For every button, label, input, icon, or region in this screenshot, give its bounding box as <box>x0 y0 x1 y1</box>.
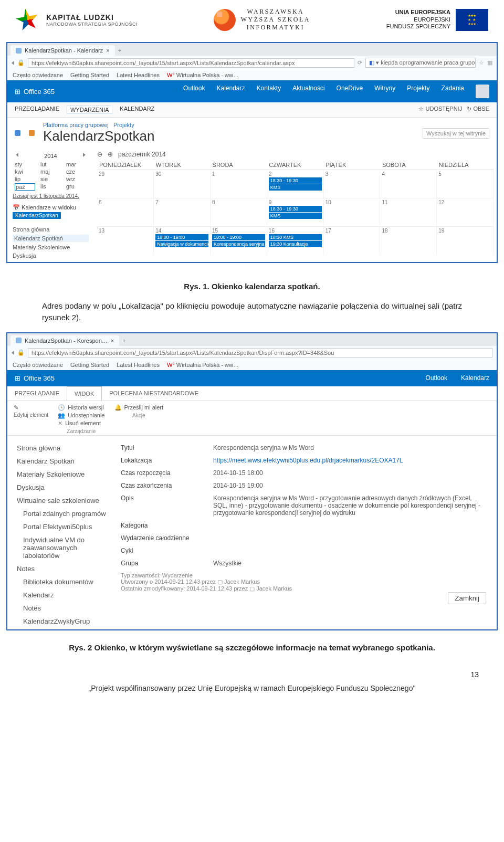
left-nav-item[interactable]: Strona główna <box>17 444 111 452</box>
bookmark-item[interactable]: Latest Headlines <box>117 72 160 78</box>
location-link[interactable]: https://meet.wwsi.efektywni50plus.edu.pl… <box>213 457 486 464</box>
ribbon-tab[interactable]: PRZEGLĄDANIE <box>15 106 59 114</box>
side-nav-item[interactable]: Dyskusja <box>13 252 89 259</box>
side-nav-item-active[interactable]: Kalendarz Spotkań <box>13 235 89 242</box>
bookmark-item[interactable]: Często odwiedzane <box>13 362 63 368</box>
bookmark-item[interactable]: Getting Started <box>70 362 109 368</box>
tab-close-icon[interactable]: × <box>106 47 109 54</box>
month-item[interactable]: maj <box>40 169 61 175</box>
left-nav-subitem[interactable]: Notes <box>17 604 111 612</box>
next-month-icon[interactable]: ⊕ <box>108 151 113 158</box>
menu-icon[interactable]: ▦ <box>487 59 492 66</box>
day-cell[interactable]: 1618:30 KMS19:30 Konsultacje <box>267 227 323 255</box>
avatar-icon[interactable] <box>476 85 489 98</box>
nav-zadania[interactable]: Zadania <box>442 85 464 98</box>
month-item[interactable]: lis <box>40 183 61 191</box>
left-nav-subitem[interactable]: Portal zdalnych programów <box>17 510 111 518</box>
month-item[interactable]: wrz <box>66 176 87 182</box>
nav-kalendarz[interactable]: Kalendarz <box>216 85 245 98</box>
o365-brand[interactable]: ⊞Office 365 <box>15 88 55 96</box>
ribbon-history[interactable]: 🕓Historia wersji <box>58 404 104 411</box>
back-icon[interactable] <box>12 61 14 65</box>
event-item[interactable]: Nawigacja w dokumencie <box>155 241 208 247</box>
ribbon-tab-active[interactable]: WIDOK <box>67 386 102 401</box>
breadcrumb[interactable]: Platforma pracy grupowej <box>43 122 109 128</box>
day-cell[interactable]: 10 <box>323 198 380 227</box>
bookmark-item[interactable]: Getting Started <box>70 72 109 78</box>
left-nav-subitem[interactable]: Portal Efektywni50plus <box>17 523 111 531</box>
day-cell[interactable]: 7 <box>154 198 211 227</box>
bookmark-item[interactable]: W° Wirtualna Polska - ww… <box>167 72 239 78</box>
new-tab-button[interactable]: + <box>122 338 125 344</box>
day-cell[interactable]: 3 <box>323 170 380 198</box>
left-nav-subitem[interactable]: Biblioteka dokumentów <box>17 578 111 586</box>
calendar-chip[interactable]: KalendarzSpotkan <box>13 212 61 219</box>
ribbon-tab[interactable]: PRZEGLĄDANIE <box>7 386 67 401</box>
month-item[interactable]: lip <box>15 176 35 182</box>
event-item[interactable]: KMS <box>269 213 322 219</box>
back-icon[interactable] <box>12 351 14 355</box>
day-cell[interactable]: 4 <box>380 170 437 198</box>
prev-year-icon[interactable] <box>16 153 18 157</box>
nav-projekty[interactable]: Projekty <box>407 85 429 98</box>
url-input[interactable]: https://efektywni50aplus.sharepoint.com/… <box>28 348 492 357</box>
left-nav-item[interactable]: Kalendarz Spotkań <box>17 457 111 465</box>
bookmark-item[interactable]: Latest Headlines <box>117 362 160 368</box>
left-nav-item[interactable]: Materiały Szkoleniowe <box>17 470 111 478</box>
breadcrumb[interactable]: Projekty <box>113 122 134 128</box>
reload-icon[interactable]: ⟳ <box>358 59 362 66</box>
ribbon-tab[interactable]: POLECENIA NIESTANDARDOWE <box>102 386 206 401</box>
next-year-icon[interactable] <box>83 153 86 157</box>
month-item[interactable]: kwi <box>15 169 35 175</box>
site-search-input[interactable]: Wyszukaj w tej witrynie <box>423 128 489 139</box>
day-cell[interactable]: 13 <box>97 227 154 255</box>
day-cell[interactable]: 30 <box>154 170 211 198</box>
day-cell[interactable]: 8 <box>211 198 267 227</box>
url-input[interactable]: https://efektywni50aplus.sharepoint.com/… <box>28 58 354 68</box>
side-nav-item[interactable]: Strona główna <box>13 226 89 233</box>
event-item[interactable]: KMS <box>269 184 322 191</box>
event-item[interactable]: Korespondencja seryjna w <box>212 241 265 247</box>
day-cell[interactable]: 29 <box>97 170 154 198</box>
day-cell[interactable]: 6 <box>97 198 154 227</box>
ribbon-delete[interactable]: ✕Usuń element <box>58 420 104 427</box>
month-item[interactable]: cze <box>66 169 87 175</box>
side-nav-item[interactable]: Materiały Szkoleniowe <box>13 244 89 250</box>
nav-outlook[interactable]: Outlook <box>183 85 205 98</box>
nav-kontakty[interactable]: Kontakty <box>257 85 281 98</box>
nav-outlook[interactable]: Outlook <box>426 374 447 382</box>
month-item[interactable]: mar <box>66 161 87 167</box>
ribbon-tab-active[interactable]: WYDARZENIA <box>67 106 112 114</box>
left-nav-item[interactable]: Dyskusja <box>17 483 111 491</box>
month-item-current[interactable]: paź <box>15 183 35 191</box>
nav-witryny[interactable]: Witryny <box>374 85 395 98</box>
day-cell[interactable]: 1 <box>211 170 267 198</box>
bookmark-item[interactable]: Często odwiedzane <box>13 72 63 78</box>
event-item[interactable]: 18:30 - 19:30 <box>269 177 322 184</box>
left-nav-item[interactable]: Wirtualne sale szkoleniowe <box>17 497 111 504</box>
tab-close-icon[interactable]: × <box>111 338 114 344</box>
day-cell[interactable]: 218:30 - 19:30KMS <box>267 170 323 198</box>
month-item[interactable]: gru <box>66 183 87 191</box>
left-nav-subitem[interactable]: KalendarzZwykłyGrup <box>17 617 111 625</box>
new-tab-button[interactable]: + <box>118 47 121 54</box>
nav-aktualnosci[interactable]: Aktualności <box>292 85 324 98</box>
day-cell[interactable]: 918:30 - 19:30KMS <box>267 198 323 227</box>
close-button[interactable]: Zamknij <box>448 592 486 604</box>
event-item[interactable]: 18:30 KMS <box>269 234 322 240</box>
event-item[interactable]: 18:00 - 19:00 <box>212 234 265 240</box>
browser-tab[interactable]: KalendarzSpotkan - Korespon… × <box>10 335 119 346</box>
bookmark-item[interactable]: W° Wirtualna Polska - ww… <box>167 362 239 368</box>
search-input[interactable]: ◧ ▾ kiepda oprogramowanie praca grupowa <box>365 58 476 68</box>
month-item[interactable]: sie <box>40 176 61 182</box>
day-cell[interactable]: 5 <box>437 170 494 198</box>
day-cell[interactable]: 18 <box>380 227 437 255</box>
day-cell[interactable]: 1518:00 - 19:00Korespondencja seryjna w <box>211 227 267 255</box>
prev-month-icon[interactable]: ⊖ <box>97 151 102 158</box>
month-item[interactable]: lut <box>40 161 61 167</box>
ribbon-edit[interactable]: ✎ <box>14 404 48 411</box>
o365-brand[interactable]: ⊞Office 365 <box>15 374 55 382</box>
ribbon-alert[interactable]: 🔔Prześlij mi alert <box>114 404 164 411</box>
nav-kalendarz[interactable]: Kalendarz <box>461 374 489 382</box>
left-nav-subitem[interactable]: Indywidualne VM do zaawansowanych labola… <box>17 536 111 560</box>
